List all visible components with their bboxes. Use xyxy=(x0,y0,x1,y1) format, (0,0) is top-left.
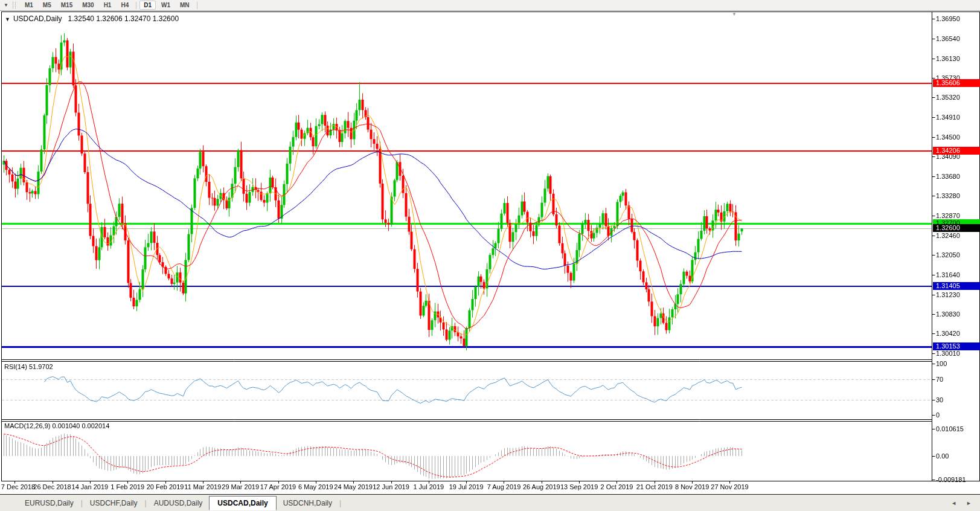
price-axis-label: 1.32870 xyxy=(936,212,960,219)
macd-axis-label: 0.010615 xyxy=(936,425,964,432)
price-axis-label: 1.31640 xyxy=(936,271,960,278)
date-axis-label: 2 Oct 2019 xyxy=(601,483,633,490)
price-level-badge: 1.34206 xyxy=(933,147,980,155)
macd-indicator-label: MACD(12,26,9) 0.001040 0.002014 xyxy=(4,422,109,429)
tab-separator: | xyxy=(339,499,342,507)
price-level-badge: 1.35606 xyxy=(933,79,980,87)
date-axis-label: 26 Dec 2018 xyxy=(33,483,71,490)
chart-tabs-bar: EURUSD,Daily | USDCHF,Daily | AUDUSD,Dai… xyxy=(0,494,980,511)
date-axis-label: 1 Jul 2019 xyxy=(413,483,444,490)
price-axis-label: 1.32460 xyxy=(936,232,960,239)
chart-tab-usdchf[interactable]: USDCHF,Daily xyxy=(83,496,144,510)
price-axis-label: 1.34910 xyxy=(936,114,960,121)
date-axis-label: 19 Jul 2019 xyxy=(449,483,484,490)
price-axis-label: 1.33280 xyxy=(936,192,960,199)
timeframe-button-m1[interactable]: M1 xyxy=(21,1,37,10)
date-axis-label: 29 Mar 2019 xyxy=(222,483,259,490)
chart-shift-marker-icon: ▼ xyxy=(732,11,737,17)
price-axis-label: 1.36130 xyxy=(936,55,960,62)
timeframe-button-mn[interactable]: MN xyxy=(176,1,194,10)
timeframe-button-d1[interactable]: D1 xyxy=(139,1,156,10)
rsi-axis-label: 70 xyxy=(936,376,943,383)
macd-axis-label: -0.009181 xyxy=(936,476,966,483)
date-axis-label: 1 Feb 2019 xyxy=(110,483,144,490)
price-axis-label: 1.36950 xyxy=(936,15,960,22)
chart-tab-audusd[interactable]: AUDUSD,Daily xyxy=(147,496,210,510)
date-axis-label: 7 Aug 2019 xyxy=(487,483,521,490)
rsi-indicator-label: RSI(14) 51.9702 xyxy=(4,363,53,370)
toolbar-dropdown-icon[interactable]: ▼ xyxy=(0,2,11,8)
price-axis-label: 1.30420 xyxy=(936,330,960,337)
chart-tab-usdcnh[interactable]: USDCNH,Daily xyxy=(277,496,339,510)
timeframe-button-h4[interactable]: H4 xyxy=(117,1,133,10)
tab-scroll-left-icon[interactable]: ◄ xyxy=(951,500,956,506)
price-axis-label: 1.33680 xyxy=(936,173,960,180)
rsi-axis-label: 100 xyxy=(936,360,947,367)
timeframe-button-w1[interactable]: W1 xyxy=(157,1,175,10)
date-axis-label: 11 Mar 2019 xyxy=(184,483,221,490)
chart-ohlc-values: 1.32540 1.32606 1.32470 1.32600 xyxy=(68,14,179,23)
price-axis-label: 1.31230 xyxy=(936,291,960,298)
price-axis-label: 1.32050 xyxy=(936,251,960,259)
date-axis-label: 24 May 2019 xyxy=(334,483,373,490)
date-axis-label: 27 Nov 2019 xyxy=(711,483,748,490)
chart-symbol-label: USDCAD,Daily xyxy=(13,14,62,23)
timeframe-button-m5[interactable]: M5 xyxy=(39,1,56,10)
toolbar-grip-handle[interactable] xyxy=(13,2,16,8)
price-axis-label: 1.30010 xyxy=(936,350,960,357)
date-axis-label: 8 Nov 2019 xyxy=(675,483,709,490)
toolbar-separator xyxy=(136,2,136,9)
date-axis-label: 26 Aug 2019 xyxy=(523,483,560,490)
rsi-axis-label: 30 xyxy=(936,396,943,403)
timeframe-button-h1[interactable]: H1 xyxy=(100,1,116,10)
timeframe-toolbar: ▼ M1 M5 M15 M30 H1 H4 D1 W1 MN xyxy=(0,0,980,11)
rsi-axis-label: 0 xyxy=(936,411,940,419)
date-axis-label: 21 Oct 2019 xyxy=(636,483,673,490)
date-axis-label: 17 Apr 2019 xyxy=(260,483,296,490)
date-axis-label: 20 Feb 2019 xyxy=(147,483,184,490)
tab-scroll-right-icon[interactable]: ► xyxy=(966,500,972,506)
chart-tab-eurusd[interactable]: EURUSD,Daily xyxy=(18,496,80,510)
toolbar-separator xyxy=(197,2,197,9)
date-axis-label: 13 Sep 2019 xyxy=(560,483,598,490)
price-chart-canvas[interactable] xyxy=(0,0,980,511)
date-axis-label: 6 May 2019 xyxy=(298,483,333,490)
date-axis-label: 7 Dec 2018 xyxy=(1,483,35,490)
price-level-badge: 1.32600 xyxy=(933,224,980,232)
macd-axis-label: 0.00 xyxy=(936,452,949,460)
timeframe-button-m15[interactable]: M15 xyxy=(57,1,77,10)
chart-title-caret-icon[interactable]: ▼ xyxy=(5,16,10,22)
date-axis-label: 14 Jan 2019 xyxy=(72,483,109,490)
tab-scroll-arrows: ◄ ► xyxy=(951,500,972,506)
price-level-badge: 1.31405 xyxy=(933,282,980,290)
price-axis-label: 1.36540 xyxy=(936,35,960,42)
price-level-badge: 1.30153 xyxy=(933,342,980,350)
chart-title: ▼USDCAD,Daily1.32540 1.32606 1.32470 1.3… xyxy=(5,14,179,23)
price-axis-label: 1.35320 xyxy=(936,94,960,101)
price-axis-label: 1.34500 xyxy=(936,133,960,141)
price-axis-label: 1.30830 xyxy=(936,310,960,318)
date-axis-label: 12 Jun 2019 xyxy=(373,483,409,490)
timeframe-button-m30[interactable]: M30 xyxy=(78,1,98,10)
chart-tab-usdcad[interactable]: USDCAD,Daily xyxy=(209,496,276,510)
